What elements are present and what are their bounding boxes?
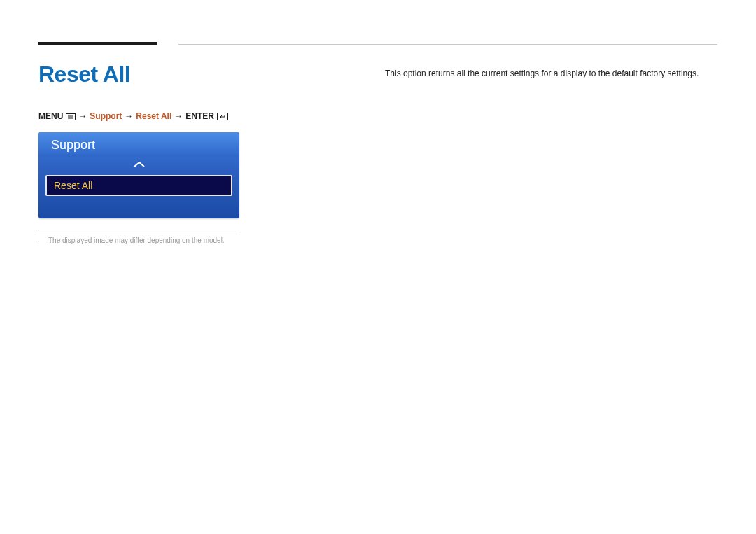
menu-icon — [66, 111, 76, 121]
navigation-path: MENU → Support → Reset All → ENTER — [38, 111, 276, 121]
nav-step-reset-all: Reset All — [136, 111, 172, 121]
footnote-divider — [38, 230, 239, 230]
menu-scroll-up[interactable] — [38, 157, 239, 174]
content-row: Reset All MENU → Support → Reset All → E… — [38, 62, 718, 246]
page-title: Reset All — [38, 62, 276, 87]
page-container: Reset All MENU → Support → Reset All → E… — [0, 0, 756, 246]
left-column: Reset All MENU → Support → Reset All → E… — [38, 62, 276, 246]
menu-panel-title: Support — [38, 132, 239, 157]
nav-arrow-1: → — [78, 111, 87, 121]
description-text: This option returns all the current sett… — [385, 67, 718, 80]
footnote-text: The displayed image may differ depending… — [48, 237, 225, 244]
nav-menu-label: MENU — [38, 111, 63, 121]
nav-arrow-2: → — [125, 111, 133, 121]
header-rule-row — [38, 42, 718, 45]
enter-icon — [217, 111, 228, 121]
header-accent-bar — [38, 42, 158, 45]
chevron-up-icon — [133, 158, 146, 170]
right-column: This option returns all the current sett… — [385, 62, 718, 246]
footnote: ―The displayed image may differ dependin… — [38, 236, 276, 246]
menu-item-label: Reset All — [54, 180, 92, 191]
nav-enter-label: ENTER — [186, 111, 214, 121]
nav-step-support: Support — [90, 111, 122, 121]
support-menu-panel: Support Reset All — [38, 132, 239, 218]
footnote-dash: ― — [38, 237, 46, 244]
nav-arrow-3: → — [174, 111, 183, 121]
header-thin-line — [178, 44, 718, 45]
menu-item-reset-all[interactable]: Reset All — [46, 175, 232, 196]
